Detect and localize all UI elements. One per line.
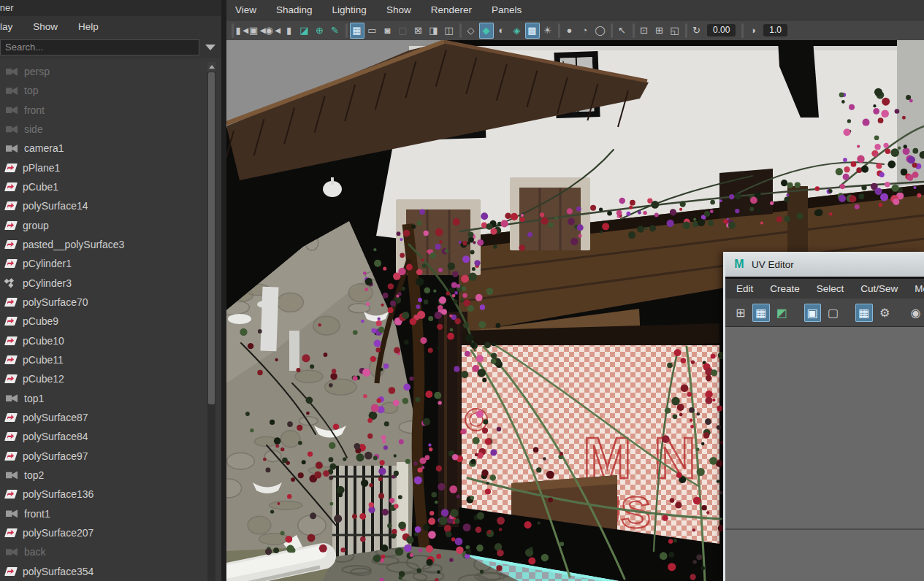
object-label: pCube11 (23, 354, 64, 366)
outliner-item-polySurface84[interactable]: polySurface84 (0, 427, 221, 446)
field-chart-icon[interactable]: ⊠ (411, 23, 426, 39)
select-tool-icon[interactable]: ↖ (615, 23, 630, 39)
menu-show[interactable]: Show (386, 4, 411, 15)
uv-editor-titlebar[interactable]: M UV Editor (725, 252, 924, 277)
use-all-lights-icon[interactable]: ▩ (525, 23, 540, 39)
mesh-icon (4, 259, 18, 268)
menu-modify[interactable]: Modify (915, 283, 924, 294)
fit-view-icon[interactable]: ◱ (668, 23, 682, 39)
object-label: pCylinder1 (23, 258, 72, 269)
menu-show[interactable]: Show (33, 21, 58, 32)
outliner-item-polySurface354[interactable]: polySurface354 (0, 562, 221, 581)
search-filter-dropdown-icon[interactable] (205, 45, 215, 50)
outliner-scrollbar[interactable] (207, 62, 215, 581)
outliner-item-polySurface14[interactable]: polySurface14 (0, 196, 221, 215)
textured-cube-icon[interactable]: ◈ (510, 23, 524, 39)
outliner-item-persp[interactable]: persp (0, 62, 221, 81)
outliner-item-top[interactable]: top (0, 81, 221, 100)
uv-borders-thick-icon[interactable]: ▣ (804, 304, 821, 322)
gate-mask-icon[interactable]: ▢ (396, 23, 411, 39)
outliner-panel: Outliner DisplayShowHelp Search... persp… (0, 0, 221, 581)
object-label: pCube12 (23, 373, 64, 385)
menu-edit[interactable]: Edit (736, 283, 753, 294)
menu-panels[interactable]: Panels (492, 4, 522, 15)
outliner-item-pCylinder3[interactable]: pCylinder3 (0, 274, 221, 293)
menu-renderer[interactable]: Renderer (431, 4, 472, 15)
outliner-item-side[interactable]: side (0, 120, 221, 139)
outliner-item-pCube9[interactable]: pCube9 (0, 312, 221, 331)
wireframe-on-shaded-icon[interactable]: ◐ (495, 23, 509, 39)
scroll-up-arrow-icon[interactable] (207, 62, 215, 72)
outliner-item-top1[interactable]: top1 (0, 389, 221, 408)
camera-attributes-icon[interactable]: ◉◄ (267, 23, 281, 39)
outliner-item-polySurface70[interactable]: polySurface70 (0, 293, 221, 312)
uv-editor-canvas[interactable] (725, 327, 924, 581)
uv-distortion-icon[interactable]: ⊞ (732, 304, 749, 322)
isolate-select-icon[interactable]: ⊡ (637, 23, 652, 39)
uv-snapshot-camera-icon[interactable]: ◉ (907, 304, 924, 322)
pivot-gear-icon[interactable]: ⚙ (877, 304, 893, 322)
zoom-select-icon[interactable]: ⊕ (313, 23, 327, 39)
outliner-item-polySurface97[interactable]: polySurface97 (0, 447, 221, 466)
film-gate-icon[interactable]: ▭ (365, 23, 380, 39)
toolbar-separator (555, 25, 562, 36)
resolution-gate-icon[interactable]: ◙ (381, 23, 395, 39)
search-input[interactable]: Search... (0, 39, 199, 55)
light-bulb-icon[interactable]: ☀ (541, 23, 555, 39)
menu-display[interactable]: Display (0, 21, 12, 32)
exposure-value[interactable]: 0.00 (707, 24, 736, 36)
outliner-item-pCube1[interactable]: pCube1 (0, 177, 221, 196)
grid-icon[interactable]: ▦ (350, 23, 364, 39)
menu-view[interactable]: View (235, 4, 256, 15)
bookmark-icon[interactable]: ▮ (282, 23, 297, 39)
object-label: top1 (24, 393, 44, 404)
ambient-occlusion-icon[interactable]: ◔ (578, 23, 592, 39)
menu-lighting[interactable]: Lighting (332, 4, 367, 15)
outliner-item-polySurface207[interactable]: polySurface207 (0, 523, 221, 542)
menu-shading[interactable]: Shading (276, 4, 313, 15)
gamma-icon[interactable]: ◑ (746, 23, 760, 39)
outliner-item-pPlane1[interactable]: pPlane1 (0, 158, 221, 177)
outliner-item-back[interactable]: back (0, 542, 221, 561)
outliner-item-pCube10[interactable]: pCube10 (0, 331, 221, 350)
scrollbar-thumb[interactable] (208, 72, 215, 404)
outliner-item-polySurface136[interactable]: polySurface136 (0, 485, 221, 504)
textures-2d-icon[interactable]: ◫ (442, 23, 457, 39)
mesh-icon (4, 374, 18, 383)
outliner-item-front[interactable]: front (0, 101, 221, 120)
gamma-value[interactable]: 1.0 (763, 24, 787, 36)
pencil-context-icon[interactable]: ✎ (328, 23, 343, 39)
uv-borders-icon[interactable]: ▢ (825, 304, 841, 322)
mesh-icon (4, 432, 18, 441)
exposure-icon[interactable]: ↻ (690, 23, 704, 39)
outliner-item-polySurface87[interactable]: polySurface87 (0, 408, 221, 427)
image-plane-display-icon[interactable]: ◨ (427, 23, 441, 39)
outliner-item-top2[interactable]: top2 (0, 466, 221, 485)
shadows-icon[interactable]: ● (562, 23, 577, 39)
outliner-item-pasted__polySurface3[interactable]: pasted__polySurface3 (0, 235, 221, 254)
shaded-cube-icon[interactable]: ◆ (479, 23, 494, 39)
outliner-item-pCube12[interactable]: pCube12 (0, 369, 221, 388)
outliner-item-pCube11[interactable]: pCube11 (0, 350, 221, 369)
menu-select[interactable]: Select (817, 283, 844, 294)
menu-create[interactable]: Create (770, 283, 800, 294)
maya-logo-icon: M (733, 258, 746, 271)
object-label: camera1 (24, 142, 64, 154)
menu-cut-sew[interactable]: Cut/Sew (860, 283, 898, 294)
camera-icon[interactable]: ▮◄ (236, 23, 251, 39)
motion-blur-icon[interactable]: ◯ (593, 23, 608, 39)
isolate-add-icon[interactable]: ⊞ (652, 23, 667, 39)
shaded-uvs-icon[interactable]: ▦ (752, 304, 769, 322)
pixel-snap-grid-icon[interactable]: ▦ (855, 304, 872, 322)
outliner-item-front1[interactable]: front1 (0, 504, 221, 523)
camera-lock-icon[interactable]: ▣◄ (251, 23, 266, 39)
image-plane-icon[interactable]: ◪ (297, 23, 312, 39)
outliner-item-pCylinder1[interactable]: pCylinder1 (0, 254, 221, 273)
uv-overlap-icon[interactable]: ◩ (774, 304, 790, 322)
panel-splitter[interactable] (221, 0, 226, 581)
menu-help[interactable]: Help (78, 21, 99, 32)
outliner-item-group[interactable]: group (0, 216, 221, 235)
wireframe-cube-icon[interactable]: ◇ (464, 23, 478, 39)
outliner-item-camera1[interactable]: camera1 (0, 139, 221, 158)
uv-editor-title: UV Editor (752, 259, 794, 270)
